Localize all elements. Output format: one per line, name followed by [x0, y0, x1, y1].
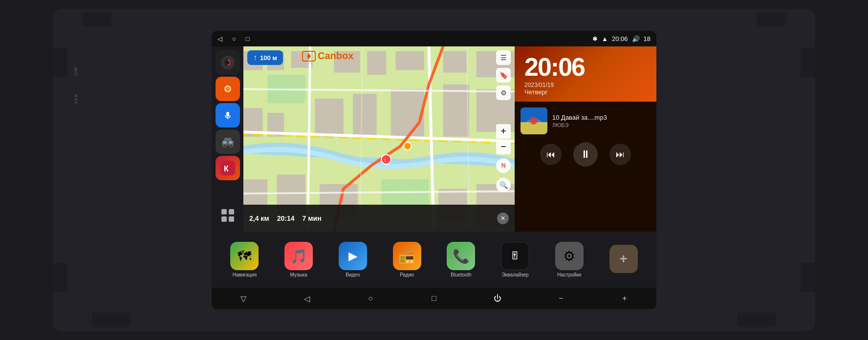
- app-equalizer[interactable]: 🎚 Эквалайзер: [501, 242, 529, 277]
- map-zoom-out[interactable]: −: [496, 140, 511, 154]
- map-menu-btn[interactable]: ☰: [496, 50, 511, 65]
- svg-rect-14: [229, 209, 234, 214]
- app-bluetooth[interactable]: 📞 Bluetooth: [447, 242, 475, 277]
- bottom-recent[interactable]: □: [424, 289, 444, 308]
- sidebar-orange-app[interactable]: [216, 77, 240, 101]
- music-app-label: Музыка: [290, 272, 307, 277]
- frame-tab-left-bottom: [53, 263, 67, 292]
- map-right-controls: ☰ 🔖 ⚙: [496, 50, 511, 100]
- recent-nav-icon[interactable]: □: [246, 35, 250, 42]
- frame-tab-right-top: [801, 48, 815, 77]
- map-bottom-bar: 2,4 км 20:14 7 мин ✕: [243, 205, 515, 232]
- album-art: [521, 107, 547, 134]
- bluetooth-label: Bluetooth: [451, 272, 471, 277]
- clock-section: 20:06 2023/01/19 Четверг: [515, 46, 656, 102]
- eta-distance-val: 2,4 км: [249, 214, 269, 222]
- status-volume: 18: [644, 35, 651, 42]
- volume-status-icon: 🔊: [632, 35, 640, 42]
- bottom-power[interactable]: ⏻: [488, 289, 507, 308]
- eta-minutes: 7 мин: [303, 214, 322, 222]
- sidebar-carplay[interactable]: [216, 50, 240, 75]
- app-settings[interactable]: ⚙ Настройки: [555, 242, 584, 277]
- back-nav-icon[interactable]: ◁: [217, 35, 222, 42]
- sidebar-grid[interactable]: [216, 203, 240, 228]
- car-frame: MIC RST ◁ ○ □ ✱ ▲ 20:06 🔊 18: [0, 0, 868, 340]
- canbox-logo: Canbox: [302, 50, 353, 62]
- map-close-btn[interactable]: ✕: [497, 212, 509, 224]
- eta-minutes-val: 7 мин: [303, 214, 322, 222]
- bottom-home[interactable]: ○: [361, 289, 380, 308]
- right-panel: 20:06 2023/01/19 Четверг: [515, 46, 656, 232]
- add-icon: +: [609, 245, 638, 273]
- svg-text:К: К: [224, 165, 229, 173]
- sidebar-mic[interactable]: [216, 103, 240, 128]
- settings-label: Настройки: [557, 272, 581, 277]
- settings-icon: ⚙: [555, 242, 584, 270]
- music-artist: ЛЮБЭ: [552, 122, 651, 128]
- radio-icon: 📻: [393, 242, 421, 270]
- map-search-btn[interactable]: 🔍: [496, 178, 511, 192]
- nav-arrow-icon: ↑: [253, 53, 257, 62]
- svg-point-7: [223, 144, 226, 147]
- map-area[interactable]: ! ↑ 100 м: [243, 46, 515, 232]
- status-bar-nav: ◁ ○ □: [217, 35, 250, 42]
- bluetooth-icon: 📞: [447, 242, 475, 270]
- main-screen: ◁ ○ □ ✱ ▲ 20:06 🔊 18: [212, 31, 656, 309]
- music-info: 10 Давай за....mp3 ЛЮБЭ: [552, 114, 651, 128]
- sidebar-k[interactable]: К: [216, 156, 240, 180]
- album-art-inner: [521, 107, 547, 134]
- music-icon: 🎵: [284, 242, 313, 270]
- home-nav-icon[interactable]: ○: [232, 35, 236, 42]
- music-controls: ⏮ ⏸ ⏭: [521, 142, 651, 167]
- left-sidebar: К: [212, 46, 243, 232]
- map-north-btn[interactable]: N: [496, 158, 511, 173]
- frame-tab-bottom-right: [737, 313, 776, 327]
- map-settings-btn[interactable]: ⚙: [496, 85, 511, 100]
- maps-label: Навигация: [233, 272, 257, 277]
- map-eta: 2,4 км 20:14 7 мин: [249, 214, 491, 222]
- music-next-btn[interactable]: ⏭: [609, 144, 631, 165]
- music-section: 10 Давай за....mp3 ЛЮБЭ ⏮ ⏸ ⏭: [515, 102, 656, 232]
- map-zoom-in[interactable]: +: [496, 124, 511, 139]
- bluetooth-status-icon: ✱: [592, 35, 598, 42]
- bottom-volume-up[interactable]: +: [615, 289, 634, 308]
- clock-date: 2023/01/19: [524, 82, 647, 88]
- screen-content: К: [212, 46, 656, 232]
- bottom-volume-down[interactable]: −: [551, 289, 571, 308]
- bottom-back-triangle[interactable]: ▽: [234, 289, 253, 308]
- music-play-btn[interactable]: ⏸: [573, 142, 598, 167]
- frame-tab-top-left: [82, 13, 111, 26]
- map-zoom-controls: + −: [496, 124, 511, 154]
- mic-label: MIC: [73, 67, 78, 77]
- svg-rect-16: [229, 216, 234, 222]
- map-bookmark-btn[interactable]: 🔖: [496, 68, 511, 83]
- bottom-back-arrow[interactable]: ◁: [297, 289, 317, 308]
- frame-tab-bottom-left: [92, 313, 131, 327]
- svg-point-8: [230, 144, 233, 147]
- eta-time: 20:14: [277, 214, 295, 222]
- bottom-nav-bar: ▽ ◁ ○ □ ⏻ − +: [212, 288, 656, 309]
- svg-rect-13: [221, 209, 227, 214]
- frame-tab-right-bottom: [801, 263, 815, 292]
- app-maps[interactable]: 🗺 Навигация: [230, 242, 259, 277]
- frame-tab-left-top: [53, 48, 67, 77]
- music-album-row: 10 Давай за....mp3 ЛЮБЭ: [521, 107, 651, 134]
- music-prev-btn[interactable]: ⏮: [540, 144, 562, 165]
- canbox-logo-icon: [302, 51, 316, 62]
- app-add[interactable]: +: [609, 245, 638, 275]
- sidebar-car[interactable]: [216, 129, 240, 154]
- frame-body: MIC RST ◁ ○ □ ✱ ▲ 20:06 🔊 18: [53, 9, 815, 331]
- frame-tab-top-right: [757, 13, 786, 26]
- app-music[interactable]: 🎵 Музыка: [284, 242, 313, 277]
- clock-day: Четверг: [524, 88, 647, 96]
- rst-label: RST: [73, 94, 78, 105]
- app-video[interactable]: ▶ Видео: [339, 242, 367, 277]
- svg-rect-15: [221, 216, 227, 222]
- music-title: 10 Давай за....mp3: [552, 114, 651, 121]
- status-time: 20:06: [612, 35, 628, 42]
- canbox-logo-text: Canbox: [318, 50, 353, 62]
- svg-point-1: [226, 61, 230, 64]
- status-bar-icons: ✱ ▲ 20:06 🔊 18: [592, 35, 651, 42]
- app-radio[interactable]: 📻 Радио: [393, 242, 421, 277]
- svg-rect-9: [223, 141, 227, 144]
